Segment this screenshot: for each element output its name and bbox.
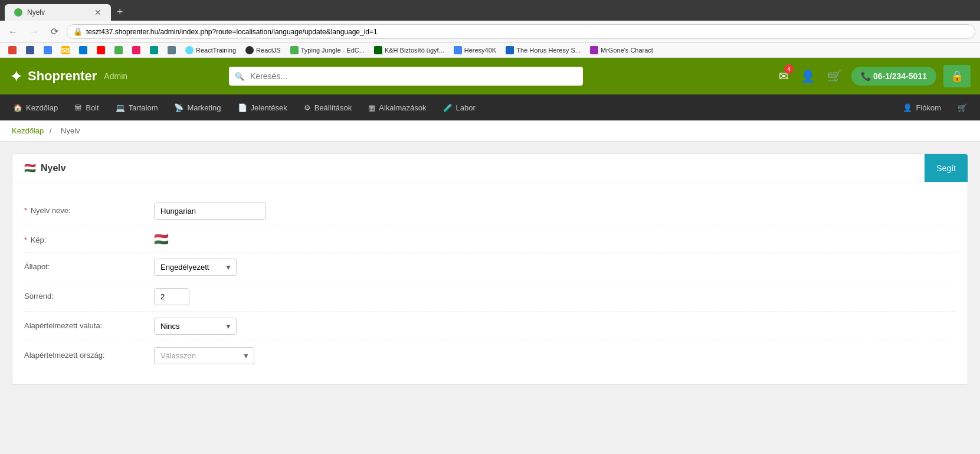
status-label: Állapot: xyxy=(24,259,154,271)
bookmarks-bar: SB ReactTraining ReactJS Typing Jungle -… xyxy=(0,43,980,58)
bookmark-facebook[interactable] xyxy=(22,45,38,55)
url-input[interactable] xyxy=(86,28,969,36)
bookmark-youtube[interactable] xyxy=(93,45,109,55)
card-body: * Nyelv neve: * Kép: 🇭🇺 Állapot: Engedél xyxy=(12,182,968,384)
bookmark-icon xyxy=(44,46,52,54)
nav-item-labor[interactable]: 🧪 Labor xyxy=(435,94,484,120)
bookmark-reactjs[interactable]: ReactJS xyxy=(242,45,284,55)
bookmark-icon xyxy=(114,46,123,54)
currency-select-wrap: Nincs ▼ xyxy=(154,318,237,335)
search-input[interactable] xyxy=(229,67,583,86)
bookmark-icon xyxy=(185,46,194,54)
cart-button[interactable]: 🛒 xyxy=(825,67,844,86)
required-asterisk: * xyxy=(24,236,27,244)
reload-button[interactable]: ⟳ xyxy=(47,25,62,38)
order-input[interactable] xyxy=(154,288,189,305)
nav-item-kezdolap[interactable]: 🏠 Kezdőlap xyxy=(5,94,66,120)
lock-button[interactable]: 🔒 xyxy=(943,65,971,87)
bookmark-slate[interactable] xyxy=(164,45,179,55)
nav-item-fiokom[interactable]: 👤 Fiókom xyxy=(894,94,949,120)
admin-header: ✦ Shoprenter Admin 🔍 ✉ 4 👤 🛒 📞 06-1/234-… xyxy=(0,58,980,94)
logo-admin-label: Admin xyxy=(104,71,127,81)
breadcrumb: Kezdőlap / Nyelv xyxy=(0,120,980,142)
bookmark-kh[interactable]: K&H Biztosító ügyf... xyxy=(371,45,448,55)
bookmark-mrgone[interactable]: MrGone's Charact xyxy=(586,45,657,55)
nav-item-cart-nav[interactable]: 🛒 xyxy=(949,94,975,120)
browser-tabs: Nyelv ✕ + xyxy=(5,4,975,21)
currency-select[interactable]: Nincs xyxy=(154,318,237,335)
breadcrumb-current: Nyelv xyxy=(61,126,80,135)
breadcrumb-separator: / xyxy=(50,126,52,135)
nav-item-alkalmazasok[interactable]: ▦ Alkalmazások xyxy=(360,94,434,120)
home-icon: 🏠 xyxy=(13,103,22,112)
tab-close-button[interactable]: ✕ xyxy=(94,8,101,17)
bookmark-icon xyxy=(97,46,105,54)
bookmark-drive[interactable] xyxy=(40,45,55,55)
forward-button[interactable]: → xyxy=(26,25,42,38)
nav-label: Alkalmazások xyxy=(379,103,426,112)
bookmark-icon xyxy=(132,46,140,54)
country-select[interactable]: Válasszon xyxy=(154,347,254,364)
back-button[interactable]: ← xyxy=(5,25,21,38)
bookmark-google-maps[interactable] xyxy=(5,45,20,55)
header-actions: ✉ 4 👤 🛒 📞 06-1/234-5011 🔒 xyxy=(776,65,971,87)
nav-label: Bolt xyxy=(86,103,99,112)
bookmark-heresy40k[interactable]: Heresy40K xyxy=(450,45,500,55)
bookmark-icon xyxy=(26,46,34,54)
tartalom-icon: 💻 xyxy=(116,103,125,112)
bookmark-label: Typing Jungle - EdC... xyxy=(301,47,365,54)
alkalmazasok-icon: ▦ xyxy=(368,103,375,112)
language-name-input[interactable] xyxy=(154,202,266,220)
status-select[interactable]: Engedélyezett Letiltott xyxy=(154,259,237,276)
bookmark-icon xyxy=(590,46,598,54)
form-row-image: * Kép: 🇭🇺 xyxy=(24,226,956,253)
bookmark-pink[interactable] xyxy=(129,45,144,55)
form-row-status: Állapot: Engedélyezett Letiltott ▼ xyxy=(24,253,956,282)
bookmark-label: ReactTraining xyxy=(196,47,236,54)
bookmark-label: MrGone's Charact xyxy=(601,47,653,54)
bookmark-green[interactable] xyxy=(111,45,126,55)
browser-toolbar: ← → ⟳ 🔒 xyxy=(0,21,980,43)
flag-display[interactable]: 🇭🇺 xyxy=(154,232,169,246)
form-row-order: Sorrend: xyxy=(24,282,956,312)
card-header: 🇭🇺 Nyelv Segít xyxy=(12,154,968,182)
nav-item-marketing[interactable]: 📡 Marketing xyxy=(166,94,229,120)
tab-favicon xyxy=(14,8,22,17)
order-label: Sorrend: xyxy=(24,288,154,301)
bookmark-react-training[interactable]: ReactTraining xyxy=(182,45,240,55)
bookmark-label: Heresy40K xyxy=(464,47,496,54)
logo-icon: ✦ xyxy=(9,67,23,86)
bookmark-sb[interactable]: SB xyxy=(58,45,73,55)
bookmark-icon xyxy=(150,46,158,54)
bookmark-teal[interactable] xyxy=(146,45,162,55)
bookmark-icon xyxy=(8,46,17,54)
bookmark-typing-jungle[interactable]: Typing Jungle - EdC... xyxy=(287,45,368,55)
bookmark-icon xyxy=(168,46,176,54)
card-title: Nyelv xyxy=(41,163,66,174)
form-row-currency: Alapértelmezett valuta: Nincs ▼ xyxy=(24,312,956,341)
bookmark-outlook[interactable] xyxy=(76,45,91,55)
nav-item-tartalom[interactable]: 💻 Tartalom xyxy=(107,94,166,120)
nav-right: 👤 Fiókom 🛒 xyxy=(894,94,975,120)
bookmark-horus-heresy[interactable]: The Horus Heresy S... xyxy=(502,45,584,55)
address-bar[interactable]: 🔒 xyxy=(67,24,975,39)
form-row-name: * Nyelv neve: xyxy=(24,197,956,226)
email-badge: 4 xyxy=(784,64,794,74)
marketing-icon: 📡 xyxy=(174,103,183,112)
breadcrumb-home[interactable]: Kezdőlap xyxy=(12,126,44,135)
user-button[interactable]: 👤 xyxy=(798,67,818,86)
email-button[interactable]: ✉ 4 xyxy=(776,67,791,86)
search-wrap: 🔍 xyxy=(229,67,583,86)
nav-item-beallitasok[interactable]: ⚙ Beállítások xyxy=(296,94,360,120)
phone-button[interactable]: 📞 06-1/234-5011 xyxy=(851,67,936,86)
new-tab-button[interactable]: + xyxy=(112,4,128,21)
language-card: 🇭🇺 Nyelv Segít * Nyelv neve: * Kép: 🇭🇺 xyxy=(12,153,968,385)
nav-item-bolt[interactable]: 🏛 Bolt xyxy=(66,94,107,120)
bookmark-label: The Horus Heresy S... xyxy=(516,47,581,54)
bookmark-icon: SB xyxy=(61,46,70,54)
country-label: Alapértelmezett ország: xyxy=(24,347,154,360)
nav-item-jelentesek[interactable]: 📄 Jelentések xyxy=(230,94,296,120)
status-select-wrap: Engedélyezett Letiltott ▼ xyxy=(154,259,237,276)
active-tab[interactable]: Nyelv ✕ xyxy=(5,4,111,21)
help-button[interactable]: Segít xyxy=(925,154,968,182)
